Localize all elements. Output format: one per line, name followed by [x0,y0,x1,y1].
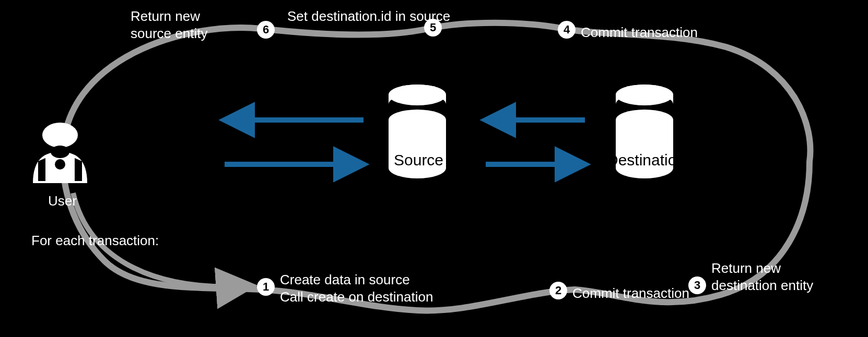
diagram-canvas: Source Destination 1 2 3 4 5 6 Create da… [0,0,868,337]
subtitle: For each transaction: [31,233,188,249]
svg-point-1 [51,146,69,158]
svg-point-8 [389,85,446,105]
step-text-6: Return new source entity [131,8,207,42]
step-text-4: Commit transaction [581,24,698,41]
svg-point-2 [55,159,65,170]
step-badge-4: 4 [558,21,576,39]
svg-point-0 [42,123,78,148]
step-text-3: Return new destination entity [711,260,813,294]
source-db-label: Source [394,151,443,169]
step-text-5: Set destination.id in source [287,8,450,25]
svg-point-16 [616,110,673,130]
svg-point-15 [616,85,673,105]
svg-point-9 [389,110,446,130]
step-text-2: Commit transaction [572,285,689,302]
step-badge-1: 1 [257,278,275,296]
step-badge-3: 3 [688,276,706,294]
step-badge-6: 6 [257,21,275,39]
user-label: User [48,193,77,209]
step-badge-2: 2 [549,282,567,299]
step-text-1: Create data in source Call create on des… [280,271,433,305]
destination-db-label: Destination [607,151,685,169]
